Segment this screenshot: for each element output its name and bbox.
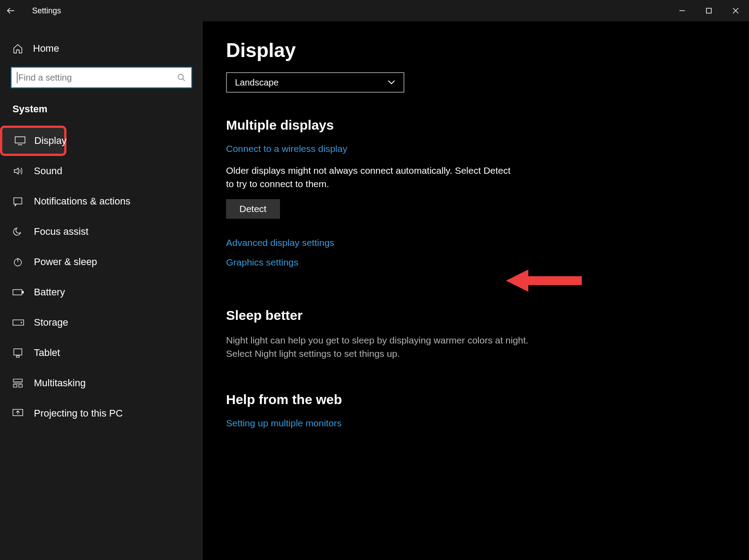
sidebar-item-display[interactable]: Display [0, 126, 66, 156]
window-title: Settings [32, 6, 61, 16]
sound-icon [12, 166, 25, 176]
svg-rect-9 [13, 290, 22, 295]
notifications-icon [12, 196, 25, 207]
sidebar-item-label: Projecting to this PC [34, 408, 123, 419]
svg-rect-6 [14, 198, 22, 204]
sidebar-item-label: Battery [34, 286, 65, 298]
help-heading: Help from the web [226, 392, 726, 407]
advanced-display-link[interactable]: Advanced display settings [226, 237, 726, 248]
annotation-arrow [506, 267, 586, 294]
close-button[interactable] [722, 0, 749, 21]
sidebar-item-tablet[interactable]: Tablet [0, 338, 203, 368]
svg-marker-20 [506, 270, 582, 292]
titlebar: Settings [0, 0, 749, 21]
dropdown-value: Landscape [235, 78, 279, 88]
sidebar-item-label: Power & sleep [34, 256, 97, 268]
graphics-settings-link[interactable]: Graphics settings [226, 257, 726, 268]
close-icon [733, 8, 739, 14]
sidebar-item-label: Storage [34, 317, 68, 328]
maximize-button[interactable] [696, 0, 722, 21]
minimize-button[interactable] [669, 0, 696, 21]
home-nav[interactable]: Home [0, 36, 203, 61]
svg-rect-15 [13, 379, 22, 382]
sidebar: Home System Display [0, 21, 203, 560]
sleep-text: Night light can help you get to sleep by… [226, 334, 556, 361]
page-title: Display [226, 39, 726, 61]
older-displays-text: Older displays might not always connect … [226, 164, 520, 191]
sidebar-item-label: Sound [34, 165, 62, 177]
sidebar-item-label: Notifications & actions [34, 196, 130, 207]
storage-icon [12, 319, 25, 326]
tablet-icon [12, 347, 25, 358]
svg-rect-4 [15, 137, 25, 143]
home-label: Home [33, 43, 59, 54]
minimize-icon [679, 8, 685, 14]
back-button[interactable] [0, 0, 21, 21]
content-area: Display Landscape Multiple displays Conn… [203, 21, 749, 560]
sidebar-item-battery[interactable]: Battery [0, 277, 203, 307]
sidebar-item-label: Display [34, 135, 66, 147]
svg-rect-14 [16, 356, 19, 357]
display-icon [15, 136, 25, 145]
moon-icon [12, 226, 25, 237]
svg-rect-1 [707, 8, 712, 13]
orientation-dropdown[interactable]: Landscape [226, 72, 404, 93]
battery-icon [12, 289, 25, 296]
sidebar-item-storage[interactable]: Storage [0, 307, 203, 338]
sidebar-item-multitasking[interactable]: Multitasking [0, 368, 203, 398]
sidebar-item-power-sleep[interactable]: Power & sleep [0, 247, 203, 277]
home-icon [12, 43, 25, 54]
arrow-left-icon [6, 6, 16, 16]
sleep-better-heading: Sleep better [226, 308, 726, 323]
sidebar-item-notifications[interactable]: Notifications & actions [0, 186, 203, 217]
multiple-displays-heading: Multiple displays [226, 118, 726, 133]
search-input[interactable] [18, 73, 177, 83]
search-box[interactable] [11, 67, 192, 88]
search-icon [177, 73, 186, 82]
svg-point-2 [178, 74, 184, 80]
detect-button[interactable]: Detect [226, 199, 280, 219]
sidebar-item-projecting[interactable]: Projecting to this PC [0, 398, 203, 429]
svg-rect-17 [13, 384, 17, 387]
help-multiple-monitors-link[interactable]: Setting up multiple monitors [226, 418, 726, 429]
connect-wireless-link[interactable]: Connect to a wireless display [226, 143, 726, 154]
svg-line-3 [183, 79, 185, 81]
maximize-icon [706, 8, 712, 14]
sidebar-item-focus-assist[interactable]: Focus assist [0, 217, 203, 247]
section-header: System [0, 88, 203, 121]
multitasking-icon [12, 378, 25, 388]
projecting-icon [12, 409, 25, 418]
sidebar-item-label: Focus assist [34, 226, 88, 237]
svg-rect-13 [14, 349, 22, 355]
svg-point-12 [21, 322, 22, 323]
chevron-down-icon [387, 80, 395, 85]
svg-rect-18 [19, 384, 22, 387]
svg-rect-10 [22, 291, 24, 294]
sidebar-item-label: Tablet [34, 347, 60, 359]
power-icon [12, 257, 25, 267]
sidebar-item-label: Multitasking [34, 377, 86, 389]
sidebar-item-sound[interactable]: Sound [0, 156, 203, 186]
